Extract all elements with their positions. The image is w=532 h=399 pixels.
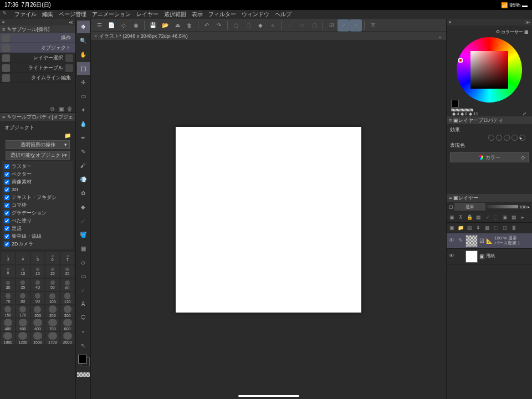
brush-size-20[interactable]: 20 [45,265,59,278]
brush-size-7[interactable]: 7 [60,252,74,264]
layers-header[interactable]: ≡ ▣ レイヤー [447,194,532,202]
brush-size-800[interactable]: 800 [60,319,74,331]
transform-icon[interactable]: ◉ [130,19,142,32]
check-frame[interactable]: コマ枠 [4,201,71,209]
brush-size-2000[interactable]: 2000 [60,332,74,344]
tool-operation[interactable]: ✥ [77,21,90,33]
brush-size-1700[interactable]: 1700 [45,332,59,344]
help-icon[interactable]: ?⃝ [367,19,379,32]
duplicate-icon[interactable]: ⧉ [49,106,55,112]
select-icon[interactable]: ◌ [230,19,242,32]
document-tab[interactable]: イラスト* (2048 x 2048px 72dpi 46.5%) [99,33,188,40]
brush-size-8[interactable]: 8 [1,265,15,278]
selectable-object-dropdown[interactable]: 選択可能なオブジェクト▾ [6,151,70,160]
opacity-slider[interactable] [487,205,518,208]
crop-icon[interactable]: ⟐ [267,19,279,32]
hue-marker[interactable] [458,58,463,63]
brush-size-300[interactable]: 300 [60,305,74,318]
brush-size-35[interactable]: 35 [16,279,30,291]
tool-decoration[interactable]: ✿ [77,187,90,200]
new-icon[interactable]: 📄 [105,19,117,32]
transparent-swatch[interactable] [77,372,90,377]
canvas-area[interactable] [91,40,446,399]
menu-icon[interactable]: ☰ [93,19,105,32]
brush-size-60[interactable]: 60 [60,279,74,291]
tool-balloon[interactable]: 🗨 [77,311,90,324]
open-icon[interactable]: 📂 [159,19,171,32]
check-gradient[interactable]: グラデーション [4,209,71,217]
export-icon[interactable]: ⏏ [171,19,183,32]
folder-icon[interactable]: 📁 [64,132,71,139]
color-wheel[interactable] [457,37,522,103]
brush-size-1500[interactable]: 1500 [31,332,45,344]
menu-edit[interactable]: 編集 [42,11,53,18]
subtool-header[interactable]: ≡✎ サブツール[操作] [0,25,75,33]
tool-eyedropper[interactable]: 💧 [77,117,90,130]
brush-size-5[interactable]: 5 [31,252,45,264]
tool-text[interactable]: A [77,298,90,310]
brush-size-120[interactable]: 120 [60,292,74,304]
color-swatch[interactable] [77,355,90,371]
check-3d[interactable]: 3D [4,186,71,193]
brush-size-170[interactable]: 170 [16,305,30,318]
undo-icon[interactable]: ↶ [201,19,213,32]
tool-blend[interactable]: ⟋ [77,214,90,227]
menu-page[interactable]: ページ管理 [59,11,86,18]
tool-frame[interactable]: ▭ [77,270,90,283]
brush-size-1000[interactable]: 1000 [1,332,15,344]
right-panel-tabs[interactable]: ≡≫ [447,19,532,25]
brush-size-15[interactable]: 15 [31,265,45,278]
deselect-icon[interactable]: ▢ [242,19,254,32]
tool-wand[interactable]: ✦ [77,104,90,116]
new-folder-icon[interactable]: 📁 [457,224,464,232]
check-focusline[interactable]: 集中線・流線 [4,232,71,240]
shape-icon[interactable]: ◇ [117,19,130,32]
left-panel-tabs[interactable]: ≡≪ [0,19,75,25]
app-logo-icon[interactable]: ✎ [2,10,11,19]
color-square[interactable] [470,51,508,89]
brush-size-4[interactable]: 4 [16,252,30,264]
tool-eraser[interactable]: ◆ [77,201,90,213]
brush-size-150[interactable]: 150 [1,305,15,318]
tool-marquee[interactable]: ▭ [77,90,90,103]
canvas[interactable] [176,127,361,313]
menu-layer[interactable]: レイヤー [136,11,158,18]
brush-size-700[interactable]: 700 [45,319,59,331]
new-layer-icon[interactable]: ▣ [448,224,456,232]
brush-size-80[interactable]: 80 [16,292,30,304]
brush-size-10[interactable]: 10 [16,265,30,278]
flip-h-icon[interactable]: ⟋ [284,19,296,32]
tool-pencil[interactable]: ✎ [77,145,90,158]
grid-icon[interactable]: ▦ [524,29,529,34]
brush-size-50[interactable]: 50 [45,279,59,291]
add-icon[interactable]: ▣ [58,106,64,112]
layerprop-header[interactable]: ≡ ▣ レイヤープロパティ [447,116,532,124]
subtool-light-table[interactable]: ライトテーブル [0,63,75,73]
layer-preview-icon[interactable]: ▢ [449,204,453,209]
flip-v-icon[interactable]: ▱ [296,19,308,32]
brush-size-500[interactable]: 500 [16,319,30,331]
menu-view[interactable]: 表示 [192,11,203,18]
redo-icon[interactable]: ↷ [213,19,225,32]
menu-filter[interactable]: フィルター [208,11,236,18]
check-fill[interactable]: べた塗り [4,217,71,224]
subtool-object[interactable]: オブジェクト [0,43,75,53]
tool-move[interactable]: ✋ [77,48,90,61]
brush-size-400[interactable]: 400 [1,319,15,331]
menu-animation[interactable]: アニメーション [92,11,131,18]
tool-move-arrows[interactable]: ✢ [77,76,90,89]
edit-icon[interactable]: ✎ [457,237,464,245]
tool-ruler[interactable]: ⟋ [77,284,90,296]
visibility-icon[interactable]: 👁 [448,253,456,260]
tool-gradient[interactable]: ▦ [77,242,90,255]
current-color-swatch[interactable] [451,100,459,108]
tab-collapse-icon[interactable]: ⌄ [437,32,443,40]
delete-layer-icon[interactable]: 🗑 [510,224,518,232]
layer-thumb[interactable] [466,235,478,247]
menu-file[interactable]: ファイル [14,11,37,18]
menu-help[interactable]: ヘルプ [275,11,291,18]
expand-icon[interactable]: ⤢ [523,111,526,116]
visibility-icon[interactable]: 👁 [448,237,456,245]
x-icon[interactable]: × [94,33,97,39]
tool-line[interactable]: ↖ [77,339,90,352]
